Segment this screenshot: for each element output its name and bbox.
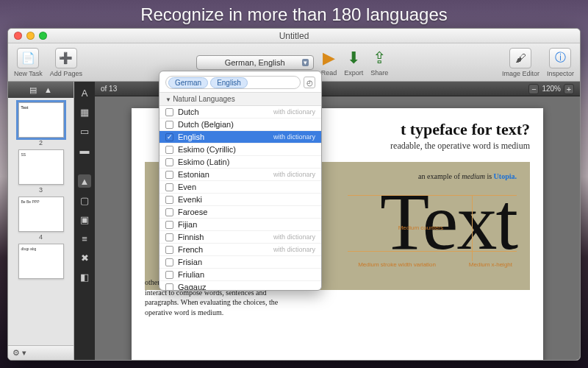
language-list[interactable]: Dutchwith dictionaryDutch (Belgian)Engli… <box>159 106 321 290</box>
inspector-icon: ⓘ <box>549 48 571 68</box>
inspector-label: Inspector <box>547 70 574 77</box>
language-name: Finnish <box>178 233 204 241</box>
thumbnail-list[interactable]: Text 2 SS 3 Be Be PPP 4 dbqp abg <box>8 98 74 345</box>
language-popover: German English ◴ Natural Languages Dutch… <box>159 71 322 291</box>
language-row[interactable]: Evenki <box>159 194 321 206</box>
order-tool-icon[interactable]: ≡ <box>78 232 91 245</box>
pointer-tool-icon[interactable]: ▲ <box>78 174 91 188</box>
language-name: Fijian <box>178 220 197 229</box>
editor-tools: A ▦ ▭ ▬ ▲ ▢ ▣ ≡ ✖ ◧ <box>74 82 95 360</box>
language-row[interactable]: Estonianwith dictionary <box>159 169 321 181</box>
language-row[interactable]: Faroese <box>159 206 321 219</box>
delete-tool-icon[interactable]: ✖ <box>78 251 91 264</box>
add-pages-button[interactable]: ➕ Add Pages <box>50 48 82 77</box>
language-checkbox[interactable] <box>165 108 173 116</box>
alerts-tab-icon[interactable]: ▲ <box>44 85 52 94</box>
language-checkbox[interactable] <box>165 233 173 241</box>
dictionary-badge: with dictionary <box>273 108 315 116</box>
language-checkbox[interactable] <box>165 208 173 216</box>
language-row[interactable]: Dutchwith dictionary <box>159 106 321 118</box>
language-row[interactable]: Eskimo (Latin) <box>159 156 321 169</box>
add-pages-icon: ➕ <box>55 48 77 68</box>
language-token[interactable]: German <box>168 77 208 88</box>
thumbnail-tabs: ▤ ▲ <box>8 82 74 98</box>
language-row[interactable]: Dutch (Belgian) <box>159 118 321 131</box>
zoom-out-button[interactable]: − <box>528 84 539 94</box>
language-checkbox[interactable] <box>165 283 173 291</box>
thumbnail-page[interactable]: dbqp abg <box>15 244 67 279</box>
read-label: Read <box>321 69 337 77</box>
thumbnail-page[interactable]: Be Be PPP 4 <box>15 197 67 241</box>
language-selector[interactable]: German, English <box>196 55 314 70</box>
new-task-button[interactable]: 📄 New Task <box>14 48 43 77</box>
dictionary-badge: with dictionary <box>273 246 315 253</box>
language-token-field[interactable]: German English ◴ <box>159 71 321 92</box>
export-button[interactable]: ⬇ Export <box>344 49 363 77</box>
dictionary-badge: with dictionary <box>273 233 315 241</box>
thumbnail-preview: dbqp abg <box>18 244 64 279</box>
share-label: Share <box>370 69 388 77</box>
language-row[interactable]: Frenchwith dictionary <box>159 244 321 256</box>
pages-tab-icon[interactable]: ▤ <box>29 85 37 95</box>
export-icon: ⬇ <box>347 49 360 68</box>
cut-area-tool-icon[interactable]: ▣ <box>78 213 91 226</box>
language-checkbox[interactable] <box>165 158 173 166</box>
language-checkbox[interactable] <box>165 183 173 191</box>
language-name: Frisian <box>178 258 202 266</box>
annotation: Medium stroke width variation <box>358 261 436 268</box>
annotation: Medium x-height <box>469 261 512 268</box>
language-row[interactable]: Friulian <box>159 269 321 281</box>
language-selector-value: German, English <box>225 58 285 67</box>
page-count-label: of 13 <box>101 85 117 93</box>
thumbnails-footer: ⚙ ▾ <box>8 345 74 360</box>
text-area-tool-icon[interactable]: A <box>78 86 91 99</box>
language-row[interactable]: Finnishwith dictionary <box>159 231 321 244</box>
language-checkbox[interactable] <box>165 121 173 129</box>
language-name: Even <box>178 183 196 191</box>
zoom-in-button[interactable]: + <box>564 84 574 94</box>
desktop-wallpaper: Recognize in more than 180 languages Unt… <box>0 0 588 368</box>
language-section-header: Natural Languages <box>159 92 321 106</box>
background-tool-icon[interactable]: ▬ <box>78 144 91 157</box>
language-row[interactable]: Gagauz <box>159 281 321 290</box>
language-checkbox[interactable] <box>165 146 173 154</box>
thumbnail-number: 4 <box>39 233 43 241</box>
titlebar[interactable]: Untitled <box>8 29 580 43</box>
marketing-headline: Recognize in more than 180 languages <box>140 4 448 25</box>
table-tool-icon[interactable]: ▦ <box>78 105 91 118</box>
share-button[interactable]: ⇪ Share <box>370 49 388 77</box>
language-row[interactable]: Eskimo (Cyrillic) <box>159 144 321 156</box>
language-checkbox[interactable] <box>165 221 173 229</box>
image-editor-icon: 🖌 <box>509 48 531 68</box>
dictionary-badge: with dictionary <box>273 171 315 178</box>
language-row[interactable]: Frisian <box>159 256 321 269</box>
language-row[interactable]: Even <box>159 181 321 194</box>
language-row[interactable]: Fijian <box>159 219 321 231</box>
inspector-button[interactable]: ⓘ Inspector <box>547 48 574 77</box>
read-button[interactable]: ▶ Read <box>321 49 337 77</box>
language-token[interactable]: English <box>210 77 248 88</box>
picture-tool-icon[interactable]: ▭ <box>78 124 91 138</box>
language-name: Friulian <box>178 270 204 279</box>
language-name: English <box>178 132 204 141</box>
add-area-tool-icon[interactable]: ▢ <box>78 194 91 207</box>
language-checkbox[interactable] <box>165 258 173 266</box>
annotation: Medium counters <box>398 224 443 231</box>
language-row[interactable]: Englishwith dictionary <box>159 131 321 144</box>
image-editor-button[interactable]: 🖌 Image Editor <box>502 48 539 77</box>
language-checkbox[interactable] <box>165 271 173 279</box>
thumbnail-preview: Text <box>18 102 64 138</box>
thumbnail-page[interactable]: SS 3 <box>15 149 67 194</box>
language-checkbox[interactable] <box>165 246 173 254</box>
language-name: Evenki <box>178 195 202 204</box>
eraser-tool-icon[interactable]: ◧ <box>78 270 91 283</box>
gear-icon[interactable]: ⚙ ▾ <box>12 348 26 358</box>
thumbnail-page[interactable]: Text 2 <box>15 102 67 146</box>
image-editor-label: Image Editor <box>502 70 539 77</box>
language-checkbox[interactable] <box>165 133 173 141</box>
language-checkbox[interactable] <box>165 171 173 179</box>
dictionary-badge: with dictionary <box>273 133 315 141</box>
read-icon: ▶ <box>323 49 335 68</box>
language-checkbox[interactable] <box>165 196 173 204</box>
recent-languages-icon[interactable]: ◴ <box>304 77 315 88</box>
